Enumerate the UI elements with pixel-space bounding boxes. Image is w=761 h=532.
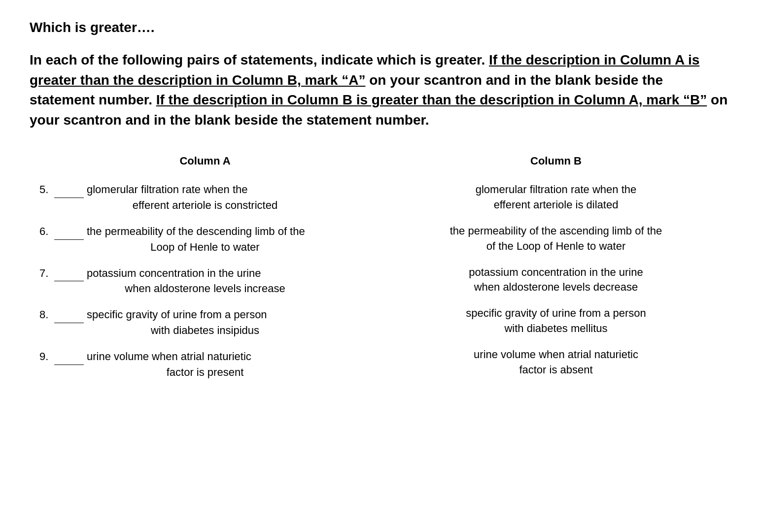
list-item: the permeability of the ascending limb o… xyxy=(390,224,722,254)
col-b-line2: when aldosterone levels decrease xyxy=(390,280,722,295)
col-b-line2: of the Loop of Henle to water xyxy=(390,239,722,254)
table-row: 8. specific gravity of urine from a pers… xyxy=(39,307,371,338)
question-line1: the permeability of the descending limb … xyxy=(87,224,305,239)
answer-blank[interactable] xyxy=(54,307,84,323)
answer-blank[interactable] xyxy=(54,224,84,240)
col-b-line1: specific gravity of urine from a person xyxy=(390,306,722,321)
col-b-line1: urine volume when atrial naturietic xyxy=(390,347,722,363)
table-row: 9. urine volume when atrial naturietic f… xyxy=(39,349,371,380)
col-b-line2: with diabetes mellitus xyxy=(390,321,722,336)
list-item: urine volume when atrial naturietic fact… xyxy=(390,347,722,378)
col-b-line2: efferent arteriole is dilated xyxy=(390,198,722,213)
column-a-header: Column A xyxy=(39,155,371,167)
column-b-list: glomerular filtration rate when the effe… xyxy=(390,182,722,377)
list-item: glomerular filtration rate when the effe… xyxy=(390,182,722,213)
question-line2: efferent arteriole is constricted xyxy=(39,198,371,213)
table-row: 7. potassium concentration in the urine … xyxy=(39,266,371,297)
question-number: 5. xyxy=(39,182,54,198)
question-line2: factor is present xyxy=(39,365,371,380)
instructions-part1: In each of the following pairs of statem… xyxy=(30,52,485,67)
instructions: In each of the following pairs of statem… xyxy=(30,50,731,130)
answer-blank[interactable] xyxy=(54,182,84,198)
question-line1: glomerular filtration rate when the xyxy=(87,182,248,198)
question-number: 8. xyxy=(39,307,54,323)
page-title: Which is greater…. xyxy=(30,20,731,35)
column-b: Column B glomerular filtration rate when… xyxy=(380,155,731,391)
column-b-header: Column B xyxy=(390,155,722,167)
question-line2: with diabetes insipidus xyxy=(39,323,371,338)
column-a: Column A 5. glomerular filtration rate w… xyxy=(30,155,380,391)
question-line1: specific gravity of urine from a person xyxy=(87,307,267,323)
question-line1: urine volume when atrial naturietic xyxy=(87,349,251,365)
col-b-line1: the permeability of the ascending limb o… xyxy=(390,224,722,239)
question-number: 9. xyxy=(39,349,54,365)
table-row: 5. glomerular filtration rate when the e… xyxy=(39,182,371,213)
question-number: 6. xyxy=(39,224,54,239)
columns-container: Column A 5. glomerular filtration rate w… xyxy=(30,155,731,391)
question-line2: when aldosterone levels increase xyxy=(39,281,371,297)
list-item: specific gravity of urine from a person … xyxy=(390,306,722,336)
question-number: 7. xyxy=(39,266,54,281)
question-line2: Loop of Henle to water xyxy=(39,240,371,255)
answer-blank[interactable] xyxy=(54,266,84,282)
list-item: potassium concentration in the urine whe… xyxy=(390,265,722,296)
col-b-line1: potassium concentration in the urine xyxy=(390,265,722,280)
question-line1: potassium concentration in the urine xyxy=(87,266,261,281)
col-b-line2: factor is absent xyxy=(390,363,722,378)
instructions-part3-underline: If the description in Column B is greate… xyxy=(156,92,707,107)
column-a-list: 5. glomerular filtration rate when the e… xyxy=(39,182,371,380)
col-b-line1: glomerular filtration rate when the xyxy=(390,182,722,198)
table-row: 6. the permeability of the descending li… xyxy=(39,224,371,255)
answer-blank[interactable] xyxy=(54,349,84,365)
